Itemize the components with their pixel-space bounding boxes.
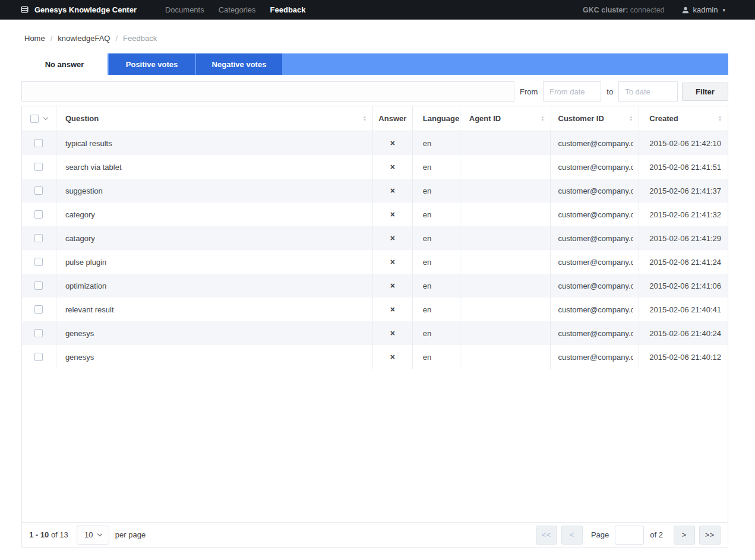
language-cell: en bbox=[413, 298, 460, 321]
user-name: kadmin bbox=[693, 5, 718, 14]
page-label: Page bbox=[591, 530, 609, 539]
agent-id-cell bbox=[460, 226, 551, 250]
language-cell: en bbox=[413, 274, 460, 298]
table-row: relevant result × en customer@company.co… bbox=[22, 298, 728, 321]
table-row: search via tablet × en customer@company.… bbox=[22, 155, 728, 179]
column-header-answer: Answer bbox=[373, 106, 413, 131]
column-header-agent-id[interactable]: Agent ID ▲▼ bbox=[460, 106, 551, 131]
agent-id-cell bbox=[460, 274, 551, 298]
no-answer-x-icon: × bbox=[373, 179, 413, 203]
no-answer-x-icon: × bbox=[373, 155, 413, 179]
row-checkbox[interactable] bbox=[34, 163, 43, 171]
no-answer-x-icon: × bbox=[373, 250, 413, 274]
nav-item-feedback[interactable]: Feedback bbox=[270, 5, 306, 14]
select-menu-chevron-icon[interactable] bbox=[43, 115, 48, 120]
page-number-input[interactable] bbox=[615, 526, 644, 545]
created-cell: 2015-02-06 21:41:24 bbox=[639, 250, 728, 274]
row-select-cell bbox=[22, 274, 56, 298]
question-cell: catagory bbox=[56, 226, 373, 250]
tab-no-answer[interactable]: No answer bbox=[21, 53, 108, 75]
customer-id-cell: customer@company.com bbox=[551, 321, 639, 345]
last-page-button[interactable]: >> bbox=[699, 526, 721, 545]
to-label: to bbox=[606, 87, 613, 96]
table-row: genesys × en customer@company.com 2015-0… bbox=[22, 321, 728, 345]
question-cell: genesys bbox=[56, 345, 373, 369]
created-cell: 2015-02-06 21:41:32 bbox=[639, 203, 728, 226]
table-row: genesys × en customer@company.com 2015-0… bbox=[22, 345, 728, 369]
customer-id-cell: customer@company.com bbox=[551, 250, 639, 274]
no-answer-x-icon: × bbox=[373, 226, 413, 250]
pager: << < Page of 2 > >> bbox=[532, 526, 721, 545]
customer-id-cell: customer@company.com bbox=[551, 345, 639, 369]
row-checkbox[interactable] bbox=[34, 258, 43, 266]
chevron-down-icon: ▾ bbox=[722, 7, 725, 13]
search-input[interactable] bbox=[21, 81, 514, 102]
prev-page-button[interactable]: < bbox=[561, 526, 583, 545]
from-date-input[interactable] bbox=[543, 81, 601, 102]
tab-negative-votes[interactable]: Negative votes bbox=[196, 53, 282, 75]
nav-item-categories[interactable]: Categories bbox=[219, 5, 256, 14]
question-cell: genesys bbox=[56, 321, 373, 345]
created-cell: 2015-02-06 21:41:51 bbox=[639, 155, 728, 179]
agent-id-cell bbox=[460, 131, 551, 155]
row-checkbox[interactable] bbox=[34, 281, 43, 290]
cluster-status-label: GKC cluster: bbox=[583, 6, 628, 14]
breadcrumb-item-knowledgefaq[interactable]: knowledgeFAQ bbox=[58, 34, 110, 43]
row-checkbox[interactable] bbox=[34, 210, 43, 219]
row-select-cell bbox=[22, 226, 56, 250]
sort-icon[interactable]: ▲▼ bbox=[718, 116, 723, 121]
top-navbar: Genesys Knowledge Center DocumentsCatego… bbox=[0, 0, 755, 20]
nav-item-documents[interactable]: Documents bbox=[165, 5, 204, 14]
feedback-table: Question ▲▼ Answer Language Agent ID ▲▼ … bbox=[21, 106, 728, 548]
question-cell: typical results bbox=[56, 131, 373, 155]
column-header-customer-id[interactable]: Customer ID ▲▼ bbox=[551, 106, 640, 131]
language-cell: en bbox=[413, 321, 460, 345]
row-checkbox[interactable] bbox=[34, 329, 43, 337]
column-header-language: Language bbox=[413, 106, 460, 131]
per-page-select[interactable]: 10 bbox=[77, 526, 109, 545]
agent-id-cell bbox=[460, 179, 551, 203]
brand[interactable]: Genesys Knowledge Center bbox=[20, 5, 137, 15]
row-checkbox[interactable] bbox=[34, 305, 43, 314]
breadcrumb: Home/knowledgeFAQ/Feedback bbox=[24, 34, 728, 43]
tab-positive-votes[interactable]: Positive votes bbox=[109, 53, 195, 75]
language-cell: en bbox=[413, 226, 460, 250]
agent-id-cell bbox=[460, 345, 551, 369]
no-answer-x-icon: × bbox=[373, 274, 413, 298]
next-page-button[interactable]: > bbox=[674, 526, 695, 545]
question-cell: category bbox=[56, 203, 373, 226]
row-select-cell bbox=[22, 345, 56, 369]
to-date-input[interactable] bbox=[618, 81, 678, 102]
navbar-menu: DocumentsCategoriesFeedback bbox=[151, 5, 306, 14]
column-header-created[interactable]: Created ▲▼ bbox=[639, 106, 728, 131]
filter-button[interactable]: Filter bbox=[682, 83, 728, 101]
per-page-label: per page bbox=[115, 530, 146, 539]
filter-row: From to Filter bbox=[21, 81, 728, 102]
table-row: suggestion × en customer@company.com 201… bbox=[22, 179, 728, 203]
created-cell: 2015-02-06 21:40:24 bbox=[639, 321, 728, 345]
result-range: 1 - 10 of 13 bbox=[29, 530, 68, 539]
customer-id-cell: customer@company.com bbox=[551, 179, 639, 203]
breadcrumb-item-home[interactable]: Home bbox=[24, 34, 45, 43]
row-checkbox[interactable] bbox=[34, 139, 43, 147]
language-cell: en bbox=[413, 155, 460, 179]
user-menu[interactable]: kadmin ▾ bbox=[681, 5, 725, 14]
sort-icon[interactable]: ▲▼ bbox=[363, 116, 368, 121]
row-checkbox[interactable] bbox=[34, 234, 43, 242]
question-cell: optimization bbox=[56, 274, 373, 298]
select-all-checkbox[interactable] bbox=[30, 115, 39, 123]
language-cell: en bbox=[413, 131, 460, 155]
column-header-question[interactable]: Question ▲▼ bbox=[56, 106, 373, 131]
header-select-cell bbox=[22, 106, 56, 131]
table-header: Question ▲▼ Answer Language Agent ID ▲▼ … bbox=[22, 106, 728, 131]
row-select-cell bbox=[22, 155, 56, 179]
created-cell: 2015-02-06 21:42:10 bbox=[639, 131, 728, 155]
created-cell: 2015-02-06 21:41:37 bbox=[639, 179, 728, 203]
first-page-button[interactable]: << bbox=[536, 526, 557, 545]
no-answer-x-icon: × bbox=[373, 131, 413, 155]
row-checkbox[interactable] bbox=[34, 186, 43, 195]
sort-icon[interactable]: ▲▼ bbox=[629, 116, 634, 121]
sort-icon[interactable]: ▲▼ bbox=[541, 116, 546, 121]
row-checkbox[interactable] bbox=[34, 353, 43, 361]
no-answer-x-icon: × bbox=[373, 345, 413, 369]
